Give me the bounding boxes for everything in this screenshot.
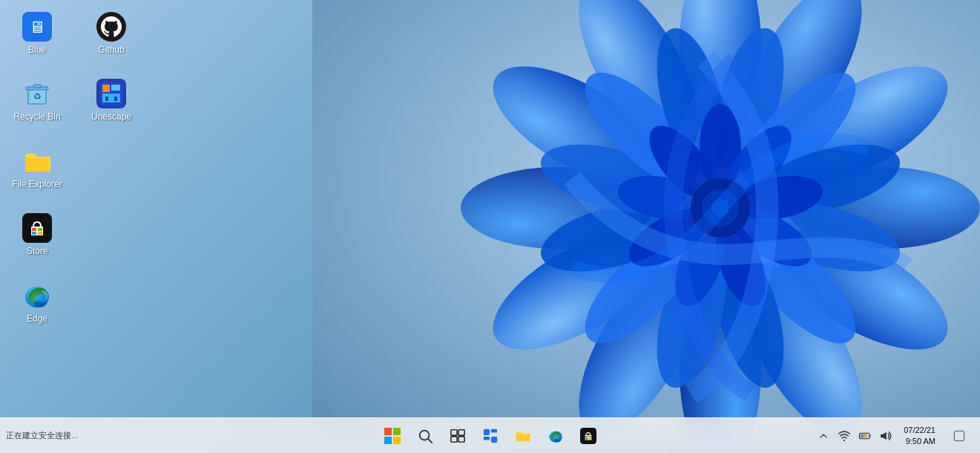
desktop-icons-container: 🖥 Blue Github: [7, 7, 141, 328]
taskbar-store-button[interactable]: [573, 421, 603, 451]
desktop-icon-unescape[interactable]: Unescape: [82, 74, 141, 126]
svg-rect-64: [458, 429, 464, 434]
task-view-button[interactable]: [443, 421, 473, 451]
svg-rect-50: [114, 97, 117, 101]
svg-rect-70: [490, 436, 496, 442]
svg-rect-57: [384, 428, 392, 435]
svg-line-62: [427, 438, 432, 443]
start-button[interactable]: [378, 421, 407, 451]
edge-icon-label: Edge: [27, 313, 47, 324]
svg-rect-48: [102, 94, 120, 102]
icon-row-1: ♻ Recycle Bin: [7, 74, 141, 126]
svg-rect-58: [393, 428, 401, 435]
unescape-icon: [96, 79, 126, 108]
taskbar-status-text: 正在建立安全连接...: [6, 430, 78, 441]
blue-icon: 🖥: [22, 12, 52, 42]
svg-rect-46: [102, 85, 110, 92]
icon-row-0: 🖥 Blue Github: [7, 7, 141, 59]
svg-rect-74: [588, 436, 591, 437]
svg-marker-82: [881, 431, 887, 440]
desktop: 🖥 Blue Github: [0, 0, 980, 453]
unescape-icon-label: Unescape: [91, 111, 131, 122]
svg-rect-47: [111, 85, 120, 91]
store-icon: [22, 213, 52, 243]
svg-rect-54: [32, 232, 36, 235]
svg-rect-53: [38, 228, 42, 231]
icon-row-4: Edge: [7, 276, 141, 328]
store-icon-label: Store: [27, 246, 48, 256]
svg-point-77: [843, 439, 845, 440]
svg-text:♻: ♻: [33, 91, 42, 102]
icon-row-3: Store: [7, 209, 141, 261]
svg-rect-63: [450, 429, 456, 434]
wallpaper-flower: [312, 0, 980, 438]
network-icon[interactable]: [835, 421, 853, 451]
desktop-icon-edge[interactable]: Edge: [7, 276, 67, 328]
svg-rect-83: [954, 431, 964, 440]
svg-rect-55: [38, 232, 42, 235]
file-explorer-icon-label: File Explorer: [12, 179, 62, 189]
widgets-button[interactable]: [476, 421, 505, 451]
svg-rect-75: [585, 437, 588, 439]
taskbar-file-explorer-button[interactable]: [508, 421, 538, 451]
github-icon-label: Github: [98, 45, 124, 55]
svg-rect-65: [450, 436, 456, 441]
svg-rect-69: [483, 436, 489, 440]
icon-row-2: File Explorer: [7, 142, 141, 194]
blue-icon-label: Blue: [28, 45, 46, 55]
svg-rect-67: [483, 428, 489, 434]
taskbar-center: [378, 421, 603, 451]
svg-rect-76: [588, 437, 591, 439]
desktop-icon-github[interactable]: Github: [82, 7, 141, 59]
battery-icon[interactable]: ⚡: [856, 421, 874, 451]
recycle-bin-icon-label: Recycle Bin: [13, 111, 60, 122]
taskbar: 正在建立安全连接...: [0, 417, 980, 453]
desktop-icon-file-explorer[interactable]: File Explorer: [7, 142, 67, 194]
svg-rect-66: [458, 436, 464, 441]
clock-date: 07/22/21: [904, 425, 935, 435]
taskbar-right: ⚡ 07/22/21 9:50 AM: [815, 421, 980, 451]
search-button[interactable]: [410, 421, 440, 451]
recycle-bin-icon: ♻: [22, 79, 52, 108]
svg-rect-68: [490, 428, 496, 432]
desktop-icon-blue[interactable]: 🖥 Blue: [7, 7, 67, 59]
taskbar-edge-button[interactable]: [541, 421, 570, 451]
notification-button[interactable]: [944, 421, 974, 451]
svg-rect-79: [869, 434, 871, 437]
svg-rect-52: [32, 228, 36, 231]
desktop-icon-store[interactable]: Store: [7, 209, 67, 261]
svg-rect-73: [585, 436, 588, 437]
edge-icon: [22, 281, 52, 310]
svg-text:⚡: ⚡: [862, 434, 868, 440]
svg-rect-42: [33, 85, 41, 88]
svg-text:🖥: 🖥: [29, 18, 45, 36]
clock-time: 9:50 AM: [906, 436, 935, 446]
file-explorer-icon: [22, 146, 52, 176]
volume-icon[interactable]: [877, 421, 895, 451]
svg-rect-59: [384, 437, 392, 444]
desktop-icon-recycle-bin[interactable]: ♻ Recycle Bin: [7, 74, 67, 126]
svg-rect-49: [105, 97, 108, 101]
show-hidden-icons-button[interactable]: [815, 421, 832, 451]
clock-area[interactable]: 07/22/21 9:50 AM: [898, 421, 941, 451]
github-icon: [96, 12, 126, 42]
svg-rect-60: [393, 437, 401, 444]
